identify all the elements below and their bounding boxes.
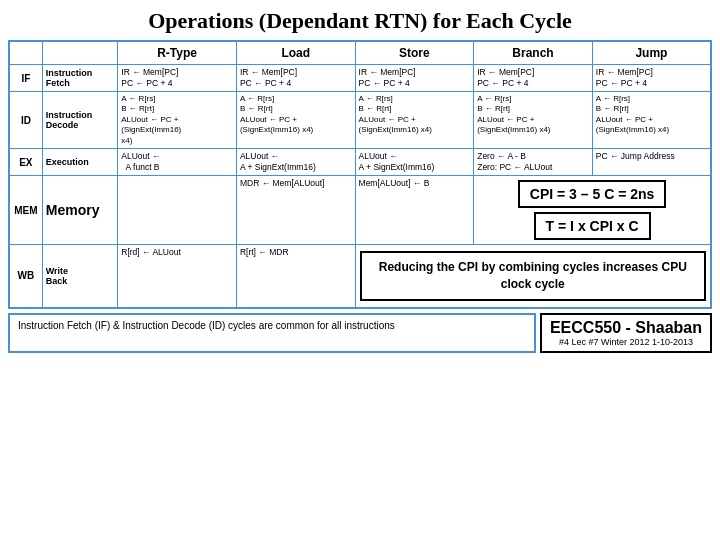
ex-stage-label: Execution [42,149,118,176]
mem-branch-cpi: CPI = 3 – 5 C = 2ns T = I x CPI x C [474,176,711,245]
ex-store: ALUout ←A + SignExt(Imm16) [355,149,474,176]
bottom-section: Instruction Fetch (IF) & Instruction Dec… [8,313,712,353]
header-empty [9,41,42,65]
wb-stage-id: WB [9,245,42,308]
ex-branch: Zero ← A - BZero: PC ← ALUout [474,149,593,176]
wb-stage-label: WriteBack [42,245,118,308]
ex-jump: PC ← Jump Address [592,149,711,176]
if-rtype: IR ← Mem[PC]PC ← PC + 4 [118,65,237,92]
wb-rtype: R[rd] ← ALUout [118,245,237,308]
id-branch: A ← R[rs]B ← R[rt]ALUout ← PC +(SignExt(… [474,92,593,149]
mem-load: MDR ← Mem[ALUout] [236,176,355,245]
id-store: A ← R[rs]B ← R[rt]ALUout ← PC +(SignExt(… [355,92,474,149]
page-title: Operations (Dependant RTN) for Each Cycl… [8,8,712,34]
mem-store: Mem[ALUout] ← B [355,176,474,245]
ex-load: ALUout ←A + SignExt(Imm16) [236,149,355,176]
id-stage-id: ID [9,92,42,149]
course-name: EECC550 - Shaaban [550,319,702,337]
course-sub: #4 Lec #7 Winter 2012 1-10-2013 [550,337,702,347]
t-formula: T = I x CPI x C [534,212,651,240]
header-store: Store [355,41,474,65]
mem-stage-label: Memory [42,176,118,245]
header-load: Load [236,41,355,65]
header-branch: Branch [474,41,593,65]
if-store: IR ← Mem[PC]PC ← PC + 4 [355,65,474,92]
id-load: A ← R[rs]B ← R[rt]ALUout ← PC +(SignExt(… [236,92,355,149]
if-row: IF InstructionFetch IR ← Mem[PC]PC ← PC … [9,65,711,92]
if-jump: IR ← Mem[PC]PC ← PC + 4 [592,65,711,92]
if-load: IR ← Mem[PC]PC ← PC + 4 [236,65,355,92]
id-row: ID InstructionDecode A ← R[rs]B ← R[rt]A… [9,92,711,149]
wb-load: R[rt] ← MDR [236,245,355,308]
if-branch: IR ← Mem[PC]PC ← PC + 4 [474,65,593,92]
id-stage-label: InstructionDecode [42,92,118,149]
bottom-left-text: Instruction Fetch (IF) & Instruction Dec… [8,313,536,353]
page: Operations (Dependant RTN) for Each Cycl… [0,0,720,540]
ex-rtype: ALUout ← A funct B [118,149,237,176]
header-rtype: R-Type [118,41,237,65]
mem-stage-id: MEM [9,176,42,245]
if-stage-label: InstructionFetch [42,65,118,92]
id-rtype: A ← R[rs]B ← R[rt]ALUout ← PC +(SignExt(… [118,92,237,149]
if-stage-id: IF [9,65,42,92]
ex-stage-id: EX [9,149,42,176]
reducing-text: Reducing the CPI by combining cycles inc… [360,251,706,301]
cpi-formula: CPI = 3 – 5 C = 2ns [518,180,667,208]
main-table: R-Type Load Store Branch Jump IF Instruc… [8,40,712,309]
ex-row: EX Execution ALUout ← A funct B ALUout ←… [9,149,711,176]
header-jump: Jump [592,41,711,65]
mem-row: MEM Memory MDR ← Mem[ALUout] Mem[ALUout]… [9,176,711,245]
wb-store-reducing: Reducing the CPI by combining cycles inc… [355,245,711,308]
wb-row: WB WriteBack R[rd] ← ALUout R[rt] ← MDR … [9,245,711,308]
bottom-right-info: EECC550 - Shaaban #4 Lec #7 Winter 2012 … [540,313,712,353]
mem-rtype [118,176,237,245]
id-jump: A ← R[rs]B ← R[rt]ALUout ← PC +(SignExt(… [592,92,711,149]
header-stage-empty [42,41,118,65]
header-row: R-Type Load Store Branch Jump [9,41,711,65]
